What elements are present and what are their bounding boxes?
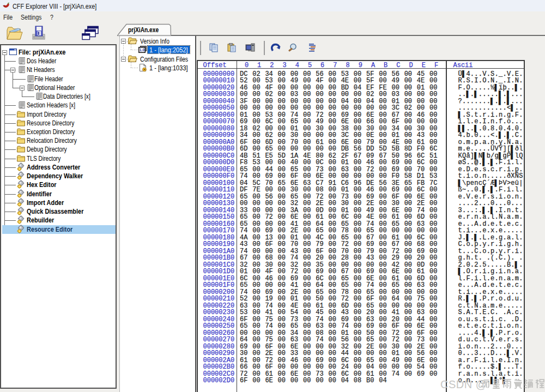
svg-text:1.0: 1.0 — [140, 48, 145, 52]
